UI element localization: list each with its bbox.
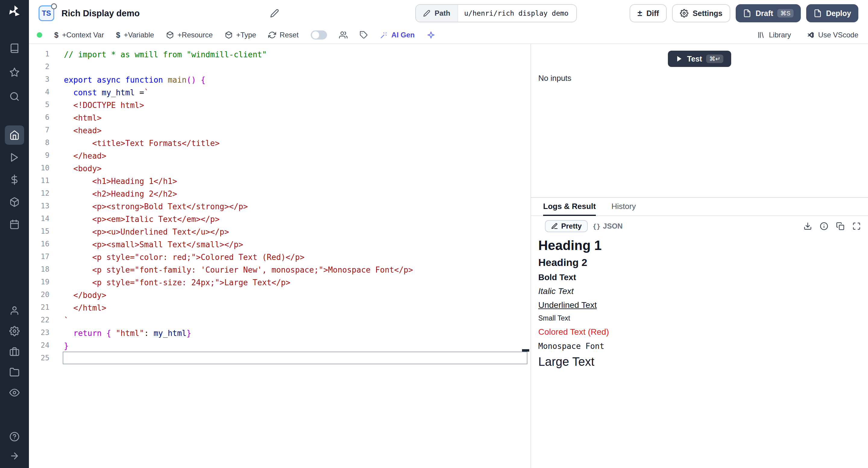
sidebar-top-group [5, 38, 24, 106]
code-line[interactable]: 25 [29, 352, 530, 364]
code-line[interactable]: 6 <html> [29, 111, 530, 124]
package-icon [166, 31, 174, 39]
wand-icon [380, 31, 388, 39]
add-type-button[interactable]: +Type [225, 31, 256, 39]
format-button[interactable] [360, 31, 368, 39]
result-line-small: Small Text [538, 314, 861, 322]
test-shortcut: ⌘↵ [706, 55, 723, 63]
sidebar-item-variables[interactable] [5, 170, 24, 189]
code-line[interactable]: 20 </body> [29, 288, 530, 301]
diff-button[interactable]: ± Diff [629, 4, 667, 22]
sidebar [0, 0, 29, 468]
code-line[interactable]: 5 <!DOCTYPE html> [29, 98, 530, 111]
sidebar-item-settings[interactable] [5, 321, 24, 341]
code-line[interactable]: 4 const my_html =` [29, 86, 530, 98]
sidebar-item-favorites[interactable] [5, 63, 24, 82]
line-content: <title>Text Formats</title> [63, 136, 527, 149]
code-line[interactable]: 21 </html> [29, 301, 530, 314]
code-line[interactable]: 3export async function main() { [29, 73, 530, 86]
code-line[interactable]: 15 <p><u>Underlined Text</u></p> [29, 225, 530, 238]
status-dot-icon [37, 32, 42, 38]
tab-history[interactable]: History [612, 198, 636, 216]
library-label: Library [769, 31, 791, 39]
briefcase-icon [9, 347, 20, 357]
add-context-var-button[interactable]: $ +Context Var [54, 31, 104, 39]
add-variable-button[interactable]: $ +Variable [116, 31, 154, 39]
code-line[interactable]: 22` [29, 314, 530, 326]
result-line-large: Large Text [538, 355, 861, 369]
magic-assist-button[interactable] [427, 31, 435, 39]
info-icon[interactable] [820, 222, 828, 230]
sidebar-item-workers[interactable] [5, 301, 24, 320]
sidebar-collapse[interactable] [5, 446, 24, 466]
line-number: 16 [29, 238, 50, 250]
add-type-label: +Type [236, 31, 256, 39]
line-number: 14 [29, 212, 50, 225]
pretty-view-button[interactable]: Pretty [545, 220, 588, 232]
sidebar-item-audit-logs[interactable] [5, 383, 24, 402]
overview-ruler-mark [522, 349, 529, 352]
code-line[interactable]: 9 </head> [29, 149, 530, 162]
sidebar-item-runs[interactable] [5, 148, 24, 167]
draft-button[interactable]: Draft ⌘S [736, 4, 801, 22]
sidebar-item-workspace[interactable] [5, 342, 24, 361]
sidebar-item-schedules[interactable] [5, 215, 24, 234]
collaborators-button[interactable] [339, 31, 347, 39]
sidebar-item-help[interactable] [5, 427, 24, 446]
copy-icon[interactable] [836, 222, 844, 230]
no-inputs-text: No inputs [538, 74, 571, 83]
sidebar-item-resources[interactable] [5, 193, 24, 212]
sidebar-item-folders[interactable] [5, 362, 24, 382]
code-line[interactable]: 13 <p><strong>Bold Text</strong></p> [29, 200, 530, 212]
code-line[interactable]: 18 <p style="font-family: 'Courier New',… [29, 263, 530, 275]
ai-gen-button[interactable]: AI Gen [380, 31, 415, 39]
code-line[interactable]: 23 return { "html": my_html} [29, 326, 530, 339]
sidebar-item-home[interactable] [5, 125, 24, 145]
diff-mode-toggle[interactable] [311, 30, 327, 39]
file-icon [743, 9, 751, 18]
path-edit-button[interactable]: Path [416, 5, 458, 22]
sidebar-item-docs[interactable] [5, 38, 24, 58]
line-number: 19 [29, 275, 50, 288]
code-line[interactable]: 7 <head> [29, 124, 530, 136]
line-number: 17 [29, 250, 50, 263]
download-icon[interactable] [804, 222, 812, 230]
deploy-button[interactable]: Deploy [806, 4, 858, 22]
code-editor[interactable]: 1// import * as wmill from "windmill-cli… [29, 44, 531, 468]
pencil-icon [270, 9, 279, 18]
topbar-actions: ± Diff Settings Draft ⌘S Deploy [629, 4, 858, 22]
draft-label: Draft [755, 9, 773, 18]
code-line[interactable]: 2 [29, 60, 530, 73]
code-line[interactable]: 10 <body> [29, 162, 530, 174]
code-line[interactable]: 11 <h1>Heading 1</h1> [29, 174, 530, 187]
code-line[interactable]: 17 <p style="color: red;">Colored Text (… [29, 250, 530, 263]
code-line[interactable]: 8 <title>Text Formats</title> [29, 136, 530, 149]
use-vscode-label: Use VScode [818, 31, 858, 39]
line-number: 6 [29, 111, 50, 124]
result-line-bold: Bold Text [538, 272, 861, 282]
code-line[interactable]: 1// import * as wmill from "windmill-cli… [29, 48, 530, 60]
sparkles-icon [427, 31, 435, 39]
library-button[interactable]: Library [757, 31, 791, 39]
code-line[interactable]: 14 <p><em>Italic Text</em></p> [29, 212, 530, 225]
expand-icon[interactable] [852, 222, 861, 230]
code-line[interactable]: 24} [29, 339, 530, 352]
settings-button[interactable]: Settings [672, 4, 730, 22]
code-line[interactable]: 19 <p style="font-size: 24px;">Large Tex… [29, 275, 530, 288]
add-resource-button[interactable]: +Resource [166, 31, 213, 39]
line-number: 9 [29, 149, 50, 162]
tab-logs-result[interactable]: Logs & Result [543, 198, 596, 216]
test-button[interactable]: Test ⌘↵ [668, 51, 731, 67]
path-input[interactable] [458, 5, 576, 22]
reset-button[interactable]: Reset [268, 31, 299, 39]
home-icon [9, 130, 20, 140]
use-vscode-button[interactable]: Use VScode [807, 31, 858, 39]
json-view-button[interactable]: {} JSON [588, 221, 627, 232]
code-line[interactable]: 16 <p><small>Small Text</small></p> [29, 238, 530, 250]
windmill-logo[interactable] [7, 4, 22, 19]
sidebar-main-group [5, 125, 24, 234]
sidebar-item-search[interactable] [5, 87, 24, 106]
code-line[interactable]: 12 <h2>Heading 2</h2> [29, 187, 530, 200]
edit-summary-button[interactable] [270, 9, 279, 18]
language-badge[interactable]: TS [38, 5, 54, 21]
